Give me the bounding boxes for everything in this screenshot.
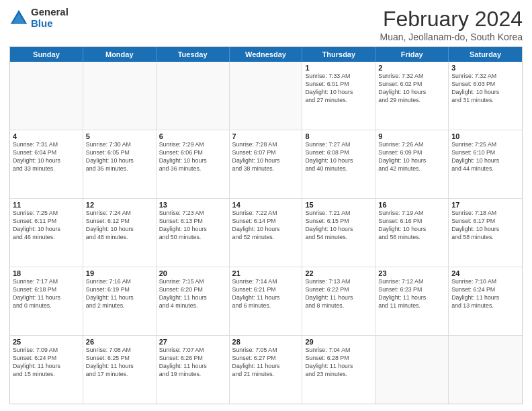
day-info: Sunrise: 7:23 AM Sunset: 6:13 PM Dayligh… xyxy=(159,210,226,242)
calendar-header: SundayMondayTuesdayWednesdayThursdayFrid… xyxy=(10,47,522,62)
day-number: 26 xyxy=(86,338,153,346)
day-info: Sunrise: 7:28 AM Sunset: 6:07 PM Dayligh… xyxy=(232,141,300,173)
day-info: Sunrise: 7:15 AM Sunset: 6:20 PM Dayligh… xyxy=(159,278,226,310)
calendar-cell: 28Sunrise: 7:05 AM Sunset: 6:27 PM Dayli… xyxy=(230,336,303,404)
day-info: Sunrise: 7:32 AM Sunset: 6:02 PM Dayligh… xyxy=(378,73,445,105)
day-info: Sunrise: 7:31 AM Sunset: 6:04 PM Dayligh… xyxy=(13,141,80,173)
calendar-cell: 1Sunrise: 7:33 AM Sunset: 6:01 PM Daylig… xyxy=(302,62,375,130)
calendar-cell: 10Sunrise: 7:25 AM Sunset: 6:10 PM Dayli… xyxy=(449,130,522,198)
day-number: 6 xyxy=(159,132,226,140)
weekday-header: Sunday xyxy=(10,47,83,62)
day-info: Sunrise: 7:12 AM Sunset: 6:23 PM Dayligh… xyxy=(378,278,445,310)
calendar-cell xyxy=(157,62,230,130)
day-number: 17 xyxy=(451,201,519,209)
day-info: Sunrise: 7:14 AM Sunset: 6:21 PM Dayligh… xyxy=(232,278,300,310)
day-number: 10 xyxy=(451,132,519,140)
day-number: 21 xyxy=(232,269,300,277)
day-info: Sunrise: 7:32 AM Sunset: 6:03 PM Dayligh… xyxy=(451,73,519,105)
calendar-cell: 9Sunrise: 7:26 AM Sunset: 6:09 PM Daylig… xyxy=(375,130,449,198)
logo: General Blue xyxy=(9,7,69,29)
calendar-cell: 11Sunrise: 7:25 AM Sunset: 6:11 PM Dayli… xyxy=(10,199,83,267)
day-number: 20 xyxy=(159,269,226,277)
day-info: Sunrise: 7:19 AM Sunset: 6:16 PM Dayligh… xyxy=(378,210,445,242)
day-number: 12 xyxy=(86,201,153,209)
calendar-cell xyxy=(10,62,83,130)
day-number: 3 xyxy=(451,64,519,72)
day-info: Sunrise: 7:29 AM Sunset: 6:06 PM Dayligh… xyxy=(159,141,226,173)
day-number: 15 xyxy=(305,201,372,209)
calendar-row: 25Sunrise: 7:09 AM Sunset: 6:24 PM Dayli… xyxy=(10,336,522,404)
weekday-header: Thursday xyxy=(302,47,375,62)
day-number: 8 xyxy=(305,132,372,140)
calendar-cell: 8Sunrise: 7:27 AM Sunset: 6:08 PM Daylig… xyxy=(302,130,375,198)
day-number: 19 xyxy=(86,269,153,277)
header: General Blue February 2024 Muan, Jeollan… xyxy=(9,7,523,42)
weekday-header: Tuesday xyxy=(157,47,230,62)
page: General Blue February 2024 Muan, Jeollan… xyxy=(0,0,532,411)
day-info: Sunrise: 7:05 AM Sunset: 6:27 PM Dayligh… xyxy=(232,347,300,379)
day-number: 25 xyxy=(13,338,80,346)
day-number: 28 xyxy=(232,338,300,346)
calendar-cell: 6Sunrise: 7:29 AM Sunset: 6:06 PM Daylig… xyxy=(157,130,230,198)
day-number: 7 xyxy=(232,132,300,140)
calendar-cell: 19Sunrise: 7:16 AM Sunset: 6:19 PM Dayli… xyxy=(83,267,157,335)
day-number: 22 xyxy=(305,269,372,277)
logo-text: General Blue xyxy=(31,7,69,29)
day-number: 16 xyxy=(378,201,445,209)
calendar-cell xyxy=(375,336,449,404)
day-info: Sunrise: 7:26 AM Sunset: 6:09 PM Dayligh… xyxy=(378,141,445,173)
day-info: Sunrise: 7:22 AM Sunset: 6:14 PM Dayligh… xyxy=(232,210,300,242)
title-month: February 2024 xyxy=(380,7,523,32)
calendar-cell: 16Sunrise: 7:19 AM Sunset: 6:16 PM Dayli… xyxy=(375,199,449,267)
day-number: 11 xyxy=(13,201,80,209)
day-info: Sunrise: 7:08 AM Sunset: 6:25 PM Dayligh… xyxy=(86,347,153,379)
title-location: Muan, Jeollanam-do, South Korea xyxy=(380,32,523,42)
calendar-cell: 22Sunrise: 7:13 AM Sunset: 6:22 PM Dayli… xyxy=(302,267,375,335)
calendar-row: 18Sunrise: 7:17 AM Sunset: 6:18 PM Dayli… xyxy=(10,267,522,336)
calendar-row: 11Sunrise: 7:25 AM Sunset: 6:11 PM Dayli… xyxy=(10,199,522,267)
day-info: Sunrise: 7:10 AM Sunset: 6:24 PM Dayligh… xyxy=(451,278,519,310)
day-number: 9 xyxy=(378,132,445,140)
weekday-header: Saturday xyxy=(449,47,522,62)
title-block: February 2024 Muan, Jeollanam-do, South … xyxy=(380,7,523,42)
calendar-cell: 5Sunrise: 7:30 AM Sunset: 6:05 PM Daylig… xyxy=(83,130,157,198)
day-info: Sunrise: 7:13 AM Sunset: 6:22 PM Dayligh… xyxy=(305,278,372,310)
day-number: 2 xyxy=(378,64,445,72)
day-info: Sunrise: 7:21 AM Sunset: 6:15 PM Dayligh… xyxy=(305,210,372,242)
day-number: 5 xyxy=(86,132,153,140)
day-number: 13 xyxy=(159,201,226,209)
calendar-cell: 14Sunrise: 7:22 AM Sunset: 6:14 PM Dayli… xyxy=(230,199,303,267)
weekday-header: Monday xyxy=(83,47,157,62)
calendar-cell: 24Sunrise: 7:10 AM Sunset: 6:24 PM Dayli… xyxy=(449,267,522,335)
calendar-cell xyxy=(83,62,157,130)
calendar-cell: 4Sunrise: 7:31 AM Sunset: 6:04 PM Daylig… xyxy=(10,130,83,198)
day-number: 1 xyxy=(305,64,372,72)
logo-blue: Blue xyxy=(31,18,69,30)
calendar-cell: 26Sunrise: 7:08 AM Sunset: 6:25 PM Dayli… xyxy=(83,336,157,404)
calendar-cell: 12Sunrise: 7:24 AM Sunset: 6:12 PM Dayli… xyxy=(83,199,157,267)
day-number: 29 xyxy=(305,338,372,346)
day-info: Sunrise: 7:18 AM Sunset: 6:17 PM Dayligh… xyxy=(451,210,519,242)
calendar-cell: 27Sunrise: 7:07 AM Sunset: 6:26 PM Dayli… xyxy=(157,336,230,404)
day-info: Sunrise: 7:04 AM Sunset: 6:28 PM Dayligh… xyxy=(305,347,372,379)
day-number: 18 xyxy=(13,269,80,277)
logo-icon xyxy=(9,9,28,28)
day-info: Sunrise: 7:09 AM Sunset: 6:24 PM Dayligh… xyxy=(13,347,80,379)
calendar-cell: 29Sunrise: 7:04 AM Sunset: 6:28 PM Dayli… xyxy=(302,336,375,404)
weekday-header: Wednesday xyxy=(230,47,303,62)
day-info: Sunrise: 7:27 AM Sunset: 6:08 PM Dayligh… xyxy=(305,141,372,173)
calendar-cell: 3Sunrise: 7:32 AM Sunset: 6:03 PM Daylig… xyxy=(449,62,522,130)
day-number: 14 xyxy=(232,201,300,209)
calendar-row: 1Sunrise: 7:33 AM Sunset: 6:01 PM Daylig… xyxy=(10,62,522,130)
day-info: Sunrise: 7:30 AM Sunset: 6:05 PM Dayligh… xyxy=(86,141,153,173)
calendar-cell: 2Sunrise: 7:32 AM Sunset: 6:02 PM Daylig… xyxy=(375,62,449,130)
calendar-cell: 18Sunrise: 7:17 AM Sunset: 6:18 PM Dayli… xyxy=(10,267,83,335)
day-info: Sunrise: 7:07 AM Sunset: 6:26 PM Dayligh… xyxy=(159,347,226,379)
calendar: SundayMondayTuesdayWednesdayThursdayFrid… xyxy=(9,46,523,404)
calendar-cell: 15Sunrise: 7:21 AM Sunset: 6:15 PM Dayli… xyxy=(302,199,375,267)
day-info: Sunrise: 7:25 AM Sunset: 6:10 PM Dayligh… xyxy=(451,141,519,173)
calendar-cell: 23Sunrise: 7:12 AM Sunset: 6:23 PM Dayli… xyxy=(375,267,449,335)
calendar-cell: 13Sunrise: 7:23 AM Sunset: 6:13 PM Dayli… xyxy=(157,199,230,267)
day-info: Sunrise: 7:25 AM Sunset: 6:11 PM Dayligh… xyxy=(13,210,80,242)
calendar-body: 1Sunrise: 7:33 AM Sunset: 6:01 PM Daylig… xyxy=(10,62,522,404)
